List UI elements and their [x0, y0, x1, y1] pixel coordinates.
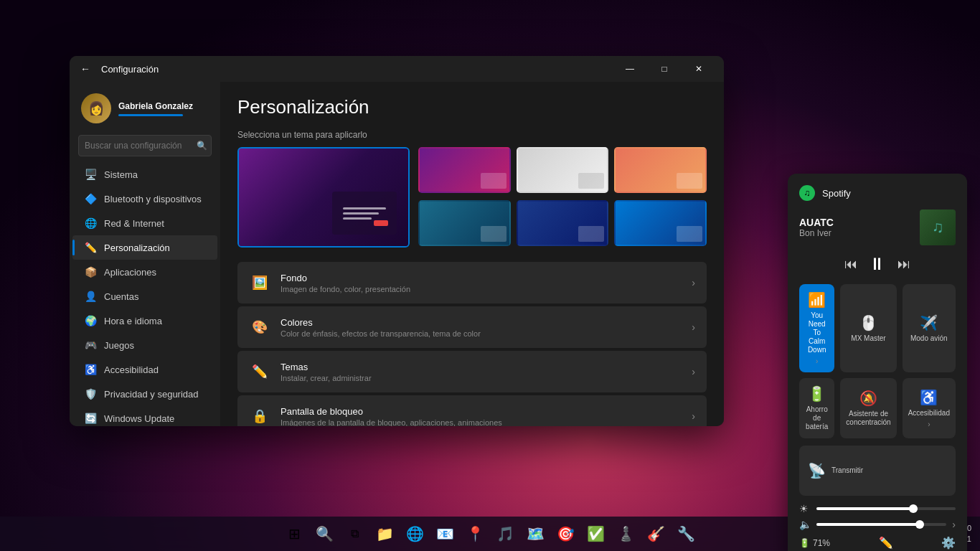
- close-button[interactable]: ✕: [682, 57, 715, 80]
- user-name: Gabriela Gonzalez: [118, 101, 209, 111]
- sidebar-item-red[interactable]: 🌐 Red & Internet: [72, 211, 217, 235]
- sidebar-item-cuentas[interactable]: 👤 Cuentas: [72, 284, 217, 309]
- quick-tile-accesibilidad[interactable]: ♿ Accesibilidad ›: [903, 378, 956, 438]
- temas-desc: Instalar, crear, administrar: [281, 374, 372, 382]
- theme-preview-inner: [332, 192, 397, 235]
- maximize-button[interactable]: □: [648, 57, 681, 80]
- theme-thumb-5[interactable]: [517, 200, 609, 246]
- battery-icon: 🔋: [799, 538, 810, 548]
- volume-icon: 🔈: [799, 519, 811, 530]
- window-body: 👩 Gabriela Gonzalez 🔍 🖥️ Sistema 🔷 Bluet…: [70, 82, 724, 426]
- search-input[interactable]: [78, 135, 212, 156]
- window-titlebar: ← Configuración — □ ✕: [70, 56, 724, 82]
- spotify-logo: ♫: [799, 185, 815, 201]
- start-button[interactable]: ⊞: [280, 519, 308, 548]
- brightness-slider-track[interactable]: [816, 507, 956, 510]
- minimize-button[interactable]: —: [613, 57, 646, 80]
- volume-expand-icon[interactable]: ›: [952, 519, 956, 530]
- transmitir-tile-icon: 📡: [808, 462, 826, 479]
- maps-button[interactable]: 📍: [461, 519, 489, 548]
- search-taskbar-button[interactable]: 🔍: [310, 519, 339, 548]
- sidebar-item-sistema[interactable]: 🖥️ Sistema: [72, 162, 217, 187]
- accesibilidad-tile-arrow: ›: [928, 420, 930, 428]
- taskbar-app-5[interactable]: 🎸: [641, 519, 670, 548]
- quick-tile-mx[interactable]: 🖱️ MX Master: [840, 284, 896, 372]
- colores-title: Colores: [281, 317, 481, 328]
- theme-preview-main[interactable]: [237, 147, 410, 248]
- theme-section-label: Selecciona un tema para aplicarlo: [237, 130, 707, 140]
- sidebar-item-privacidad[interactable]: 🛡️ Privacidad y seguridad: [72, 382, 217, 406]
- quick-tile-concentracion[interactable]: 🔕 Asistente de concentración: [840, 378, 896, 438]
- sidebar-item-winupdate[interactable]: 🔄 Windows Update: [72, 406, 217, 426]
- settings-item-temas[interactable]: ✏️ Temas Instalar, crear, administrar ›: [237, 351, 707, 392]
- sidebar-item-aplicaciones[interactable]: 📦 Aplicaciones: [72, 260, 217, 284]
- settings-item-pantalla[interactable]: 🔒 Pantalla de bloqueo Imágenes de la pan…: [237, 395, 707, 426]
- spotify-taskbar-button[interactable]: 🎵: [491, 519, 519, 548]
- pantalla-text: Pantalla de bloqueo Imágenes de la panta…: [281, 406, 502, 427]
- brightness-icon: ☀: [799, 503, 811, 514]
- mail-button[interactable]: 📧: [430, 519, 459, 548]
- sidebar-item-privacidad-label: Privacidad y seguridad: [104, 389, 199, 400]
- quick-tile-battery[interactable]: 🔋 Ahorro de batería: [799, 378, 834, 438]
- previous-button[interactable]: ⏮: [844, 257, 857, 272]
- red-icon: 🌐: [84, 217, 97, 230]
- battery-pct: 71%: [813, 538, 830, 548]
- window-controls: — □ ✕: [613, 57, 715, 80]
- quick-tile-transmitir[interactable]: 📡 Transmitir: [799, 446, 956, 496]
- theme-thumb-3[interactable]: [614, 147, 707, 193]
- fondo-icon: 🖼️: [249, 272, 270, 293]
- avion-tile-label: Modo avión: [910, 334, 948, 343]
- theme-line-2: [343, 212, 379, 215]
- theme-thumb-1[interactable]: [418, 147, 511, 193]
- fondo-text: Fondo Imagen de fondo, color, presentaci…: [281, 273, 410, 293]
- sidebar-item-personalizacion-label: Personalización: [104, 242, 170, 253]
- quick-tile-wifi[interactable]: 📶 You Need ToCalm Down ›: [799, 284, 834, 372]
- fondo-chevron: ›: [692, 277, 695, 288]
- theme-thumb-6[interactable]: [614, 200, 707, 246]
- battery-info: 🔋 71%: [799, 538, 830, 548]
- search-box: 🔍: [78, 135, 212, 156]
- quick-tile-avion[interactable]: ✈️ Modo avión: [903, 284, 956, 372]
- sidebar-item-personalizacion[interactable]: ✏️ Personalización: [72, 235, 217, 260]
- accesibilidad-tile-icon: ♿: [920, 389, 938, 406]
- theme-thumb-overlay-6: [677, 226, 702, 242]
- sidebar-item-juegos[interactable]: 🎮 Juegos: [72, 333, 217, 357]
- search-icon: 🔍: [197, 141, 207, 151]
- colores-icon: 🎨: [249, 316, 270, 338]
- pause-button[interactable]: ⏸: [869, 254, 886, 274]
- volume-slider-track[interactable]: [816, 523, 946, 526]
- battery-tile-label: Ahorro de batería: [805, 405, 829, 431]
- wifi-tile-label: You Need ToCalm Down: [805, 311, 829, 354]
- sidebar-item-aplicaciones-label: Aplicaciones: [104, 267, 156, 278]
- edge-button[interactable]: 🌐: [400, 519, 429, 548]
- taskbar-app-3[interactable]: ✅: [581, 519, 610, 548]
- taskbar-app-4[interactable]: ♟️: [611, 519, 640, 548]
- theme-grid-small: [418, 147, 707, 248]
- privacidad-icon: 🛡️: [84, 387, 97, 400]
- settings-item-fondo[interactable]: 🖼️ Fondo Imagen de fondo, color, present…: [237, 262, 707, 303]
- window-title: Configuración: [101, 64, 159, 75]
- next-button[interactable]: ⏭: [897, 257, 910, 272]
- explorer-button[interactable]: 📁: [370, 519, 399, 548]
- settings-item-colores[interactable]: 🎨 Colores Color de énfasis, efectos de t…: [237, 306, 707, 348]
- sidebar-item-hora[interactable]: 🌍 Hora e idioma: [72, 309, 217, 333]
- sidebar-item-accesibilidad[interactable]: ♿ Accesibilidad: [72, 357, 217, 382]
- temas-text: Temas Instalar, crear, administrar: [281, 362, 372, 382]
- sidebar-item-bluetooth[interactable]: 🔷 Bluetooth y dispositivos: [72, 187, 217, 211]
- settings-item-colores-left: 🎨 Colores Color de énfasis, efectos de t…: [249, 316, 481, 338]
- panel-settings-button[interactable]: ⚙️: [941, 536, 956, 550]
- theme-thumb-2[interactable]: [517, 147, 609, 193]
- panel-edit-button[interactable]: ✏️: [879, 536, 893, 550]
- taskbar-app-2[interactable]: 🎯: [551, 519, 580, 548]
- sidebar-item-juegos-label: Juegos: [104, 340, 134, 351]
- taskbar-app-1[interactable]: 🗺️: [521, 519, 550, 548]
- settings-window: ← Configuración — □ ✕ 👩 Gabriela Gonzale…: [70, 56, 724, 426]
- page-title: Personalización: [237, 96, 707, 118]
- back-button[interactable]: ←: [75, 59, 95, 79]
- taskview-button[interactable]: ⧉: [340, 519, 369, 548]
- cuentas-icon: 👤: [84, 290, 97, 303]
- theme-thumb-4[interactable]: [418, 200, 511, 246]
- taskbar-app-6[interactable]: 🔧: [672, 519, 700, 548]
- music-art-icon: ♫: [932, 218, 944, 237]
- colores-desc: Color de énfasis, efectos de transparenc…: [281, 329, 481, 338]
